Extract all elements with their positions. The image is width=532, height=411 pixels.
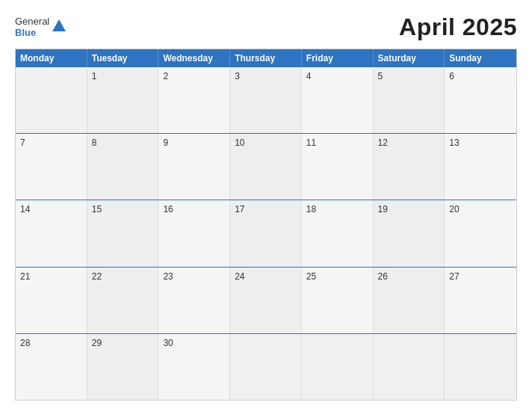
calendar-page: General Blue April 2025 MondayTuesdayWed… [0,0,532,411]
svg-marker-0 [52,19,66,31]
month-title: April 2025 [399,13,517,41]
header-day-sunday: Sunday [445,49,516,67]
day-number: 23 [163,271,173,282]
header-day-tuesday: Tuesday [87,49,159,67]
day-number: 6 [449,71,454,81]
day-number: 4 [306,71,312,81]
cal-cell: 16 [158,200,230,266]
cal-cell [302,334,374,400]
cal-cell: 3 [230,67,302,133]
day-number: 8 [92,137,97,148]
cal-cell: 11 [302,134,374,200]
day-number: 7 [20,137,25,148]
header-day-saturday: Saturday [374,49,445,67]
header-day-monday: Monday [16,49,87,67]
cal-cell: 18 [302,200,374,266]
cal-cell: 13 [445,134,516,200]
cal-cell: 29 [87,334,159,400]
week-row-4: 21222324252627 [16,267,516,333]
day-number: 25 [306,271,316,282]
day-number: 22 [92,271,102,282]
day-number: 17 [235,204,244,214]
day-number: 2 [163,71,168,81]
day-number: 10 [235,137,244,148]
week-row-2: 78910111213 [16,133,516,200]
week-row-5: 282930 [16,333,516,400]
day-number: 21 [20,271,30,282]
logo: General Blue [15,16,67,38]
day-number: 27 [449,271,459,282]
cal-cell: 9 [158,134,230,200]
day-number: 1 [92,71,97,81]
day-number: 29 [92,338,102,348]
cal-cell: 25 [302,268,374,333]
day-number: 11 [306,137,316,148]
logo-text: General Blue [15,16,49,38]
cal-cell: 7 [16,134,87,200]
day-number: 14 [20,204,30,214]
cal-cell [445,334,516,400]
cal-cell: 1 [87,67,159,133]
cal-cell: 6 [445,67,516,133]
header-day-thursday: Thursday [230,49,302,67]
cal-cell: 28 [16,334,87,400]
week-row-1: 123456 [16,67,516,133]
cal-cell: 30 [158,334,230,400]
logo-general: General [15,16,49,27]
day-number: 19 [378,204,388,214]
cal-cell: 23 [158,268,230,333]
day-number: 9 [163,137,168,148]
cal-cell: 10 [230,134,302,200]
day-number: 18 [306,204,316,214]
cal-cell: 5 [374,67,445,133]
cal-cell: 27 [445,268,516,333]
calendar: MondayTuesdayWednesdayThursdayFridaySatu… [15,49,517,401]
day-number: 20 [449,204,459,214]
day-number: 15 [92,204,102,214]
day-number: 13 [449,137,459,148]
cal-cell: 21 [16,268,87,333]
calendar-body: 1234567891011121314151617181920212223242… [16,67,516,400]
cal-cell: 15 [87,200,159,266]
cal-cell: 4 [302,67,374,133]
logo-blue: Blue [15,28,49,38]
cal-cell: 14 [16,200,87,266]
page-header: General Blue April 2025 [15,13,517,41]
week-row-3: 14151617181920 [16,200,516,266]
header-day-wednesday: Wednesday [158,49,230,67]
cal-cell: 24 [230,268,302,333]
day-number: 28 [20,338,30,348]
day-number: 30 [163,338,173,348]
cal-cell: 8 [87,134,159,200]
cal-cell: 26 [374,268,445,333]
cal-cell [230,334,302,400]
cal-cell: 12 [374,134,445,200]
cal-cell: 2 [158,67,230,133]
header-day-friday: Friday [302,49,374,67]
cal-cell: 20 [445,200,516,266]
logo-icon [51,18,67,34]
day-number: 24 [235,271,244,282]
day-number: 3 [235,71,240,81]
cal-cell: 22 [87,268,159,333]
cal-cell: 17 [230,200,302,266]
day-number: 5 [378,71,383,81]
cal-cell [16,67,87,133]
day-number: 26 [378,271,388,282]
cal-cell [374,334,445,400]
cal-cell: 19 [374,200,445,266]
day-number: 12 [378,137,388,148]
day-number: 16 [163,204,173,214]
calendar-header: MondayTuesdayWednesdayThursdayFridaySatu… [16,49,516,67]
